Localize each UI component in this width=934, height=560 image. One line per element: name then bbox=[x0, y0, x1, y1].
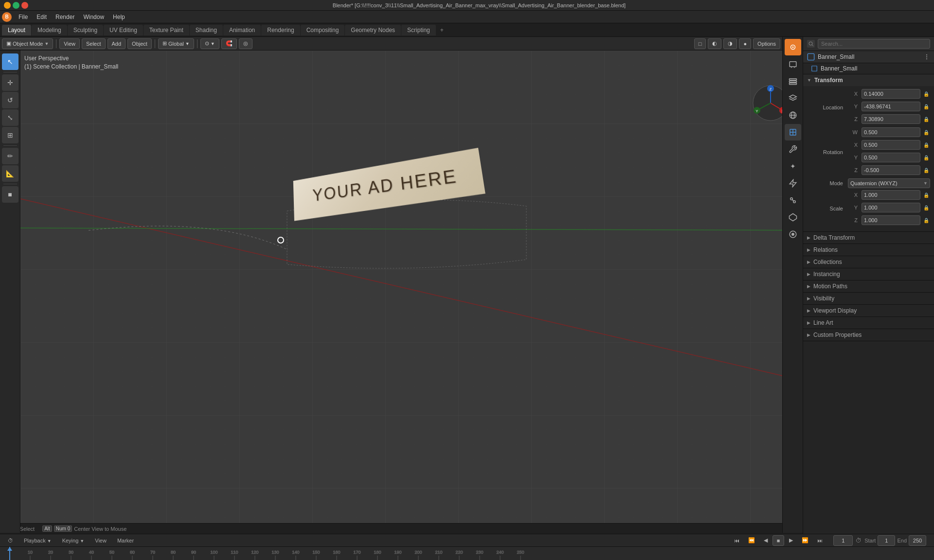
marker-btn[interactable]: Marker bbox=[113, 537, 138, 544]
menu-window[interactable]: Window bbox=[79, 13, 108, 21]
proportional-edit-btn[interactable]: ◎ bbox=[239, 38, 252, 49]
delta-transform-section[interactable]: ▶ Delta Transform bbox=[803, 232, 934, 244]
tab-scripting[interactable]: Scripting bbox=[401, 25, 436, 35]
tab-shading[interactable]: Shading bbox=[190, 25, 223, 35]
rotate-tool-btn[interactable]: ↺ bbox=[2, 92, 18, 108]
motion-paths-section[interactable]: ▶ Motion Paths bbox=[803, 280, 934, 293]
add-menu-btn[interactable]: Add bbox=[108, 38, 126, 49]
jump-end-btn[interactable]: ⏭ bbox=[813, 537, 826, 544]
tab-modeling[interactable]: Modeling bbox=[32, 25, 67, 35]
location-z-field[interactable]: 7.30890 bbox=[862, 114, 920, 124]
scale-tool-btn[interactable]: ⤡ bbox=[2, 109, 18, 126]
menu-file[interactable]: File bbox=[15, 13, 32, 21]
wireframe-btn[interactable]: □ bbox=[694, 38, 706, 49]
view-layer-props-btn[interactable] bbox=[785, 73, 801, 89]
keying-btn[interactable]: Keying ▼ bbox=[58, 537, 89, 544]
menu-edit[interactable]: Edit bbox=[33, 13, 51, 21]
physics-props-btn[interactable] bbox=[785, 175, 801, 192]
tab-rendering[interactable]: Rendering bbox=[261, 25, 300, 35]
object-menu-btn[interactable]: Object bbox=[127, 38, 152, 49]
tab-compositing[interactable]: Compositing bbox=[301, 25, 345, 35]
render-props-btn[interactable] bbox=[785, 39, 801, 55]
jump-start-btn[interactable]: ⏮ bbox=[730, 537, 743, 544]
collections-section[interactable]: ▶ Collections bbox=[803, 256, 934, 268]
current-frame-field[interactable]: 1 bbox=[833, 535, 853, 546]
tab-texture-paint[interactable]: Texture Paint bbox=[144, 25, 189, 35]
rendered-btn[interactable]: ● bbox=[739, 38, 751, 49]
scale-z-field[interactable]: 1.000 bbox=[862, 215, 920, 225]
visibility-section[interactable]: ▶ Visibility bbox=[803, 293, 934, 305]
transform-section-header[interactable]: ▼ Transform bbox=[803, 74, 934, 86]
props-search-input[interactable] bbox=[818, 39, 930, 49]
play-reverse-btn[interactable]: ◀ bbox=[760, 536, 772, 544]
menu-help[interactable]: Help bbox=[109, 13, 129, 21]
location-z-lock[interactable]: 🔒 bbox=[922, 114, 930, 124]
location-x-field[interactable]: 0.14000 bbox=[862, 89, 920, 99]
object-props-btn[interactable] bbox=[785, 124, 801, 140]
particles-props-btn[interactable]: ✦ bbox=[785, 158, 801, 175]
location-y-lock[interactable]: 🔒 bbox=[922, 102, 930, 111]
scale-z-lock[interactable]: 🔒 bbox=[922, 215, 930, 225]
stop-btn[interactable]: ■ bbox=[772, 535, 784, 546]
transform-orientation-btn[interactable]: ⊞ Global ▼ bbox=[158, 38, 194, 49]
minimize-button[interactable] bbox=[4, 2, 11, 9]
viewport-display-section[interactable]: ▶ Viewport Display bbox=[803, 305, 934, 317]
scale-y-field[interactable]: 1.000 bbox=[862, 203, 920, 212]
view-menu-btn[interactable]: View bbox=[59, 38, 80, 49]
play-btn[interactable]: ▶ bbox=[785, 536, 797, 544]
move-tool-btn[interactable]: ✛ bbox=[2, 74, 18, 91]
scale-y-lock[interactable]: 🔒 bbox=[922, 203, 930, 212]
select-menu-btn[interactable]: Select bbox=[82, 38, 106, 49]
rotation-x-field[interactable]: 0.500 bbox=[862, 140, 920, 150]
timeline-ruler[interactable]: 10 20 30 40 50 60 70 80 90 100 110 120 1… bbox=[0, 547, 934, 560]
custom-properties-section[interactable]: ▶ Custom Properties bbox=[803, 329, 934, 341]
end-frame-field[interactable]: 250 bbox=[909, 535, 926, 546]
tab-uv-editing[interactable]: UV Editing bbox=[104, 25, 143, 35]
location-x-lock[interactable]: 🔒 bbox=[922, 89, 930, 99]
tab-geometry-nodes[interactable]: Geometry Nodes bbox=[345, 25, 401, 35]
measure-tool-btn[interactable]: 📐 bbox=[2, 165, 18, 182]
menu-render[interactable]: Render bbox=[52, 13, 78, 21]
viewport-3d[interactable]: YOUR AD HERE User Perspective (1) Scene … bbox=[20, 51, 803, 533]
instancing-section[interactable]: ▶ Instancing bbox=[803, 268, 934, 280]
transform-tool-btn[interactable]: ⊞ bbox=[2, 127, 18, 143]
tab-animation[interactable]: Animation bbox=[223, 25, 261, 35]
scale-x-field[interactable]: 1.000 bbox=[862, 190, 920, 200]
constraints-props-btn[interactable] bbox=[785, 192, 801, 209]
location-y-field[interactable]: -438.96741 bbox=[862, 102, 920, 111]
output-props-btn[interactable] bbox=[785, 56, 801, 72]
window-controls[interactable] bbox=[4, 2, 28, 9]
rotation-y-field[interactable]: 0.500 bbox=[862, 153, 920, 162]
material-props-btn[interactable] bbox=[785, 226, 801, 243]
close-button[interactable] bbox=[21, 2, 28, 9]
data-props-btn[interactable] bbox=[785, 209, 801, 226]
annotate-tool-btn[interactable]: ✏ bbox=[2, 148, 18, 164]
options-button[interactable]: Options bbox=[753, 38, 780, 49]
rotation-x-lock[interactable]: 🔒 bbox=[922, 140, 930, 150]
snap-btn[interactable]: 🧲 bbox=[221, 38, 237, 49]
rotation-z-lock[interactable]: 🔒 bbox=[922, 165, 930, 175]
start-frame-field[interactable]: 1 bbox=[878, 535, 895, 546]
maximize-button[interactable] bbox=[13, 2, 19, 9]
tab-layout[interactable]: Layout bbox=[2, 25, 31, 35]
rotation-mode-dropdown[interactable]: Quaternion (WXYZ) ▼ bbox=[848, 178, 930, 188]
rotation-w-field[interactable]: 0.500 bbox=[862, 127, 920, 137]
prev-keyframe-btn[interactable]: ⏪ bbox=[744, 536, 759, 544]
playback-btn[interactable]: Playback ▼ bbox=[20, 537, 55, 544]
solid-btn[interactable]: ◐ bbox=[708, 38, 721, 49]
add-workspace-button[interactable]: + bbox=[436, 25, 448, 35]
view-mode-dropdown[interactable]: ▣ Object Mode ▼ bbox=[2, 38, 53, 49]
material-preview-btn[interactable]: ◑ bbox=[723, 38, 737, 49]
view-btn[interactable]: View bbox=[91, 537, 110, 544]
scene-props-btn[interactable] bbox=[785, 90, 801, 106]
pivot-point-btn[interactable]: ⊙ ▼ bbox=[200, 38, 219, 49]
line-art-section[interactable]: ▶ Line Art bbox=[803, 317, 934, 329]
rotation-z-field[interactable]: -0.500 bbox=[862, 165, 920, 175]
object-options-icon[interactable] bbox=[923, 53, 930, 60]
relations-section[interactable]: ▶ Relations bbox=[803, 244, 934, 256]
modifier-props-btn[interactable] bbox=[785, 141, 801, 158]
rotation-w-lock[interactable]: 🔒 bbox=[922, 127, 930, 137]
world-props-btn[interactable] bbox=[785, 107, 801, 123]
next-keyframe-btn[interactable]: ⏩ bbox=[798, 536, 812, 544]
add-cube-btn[interactable]: ■ bbox=[2, 186, 18, 203]
